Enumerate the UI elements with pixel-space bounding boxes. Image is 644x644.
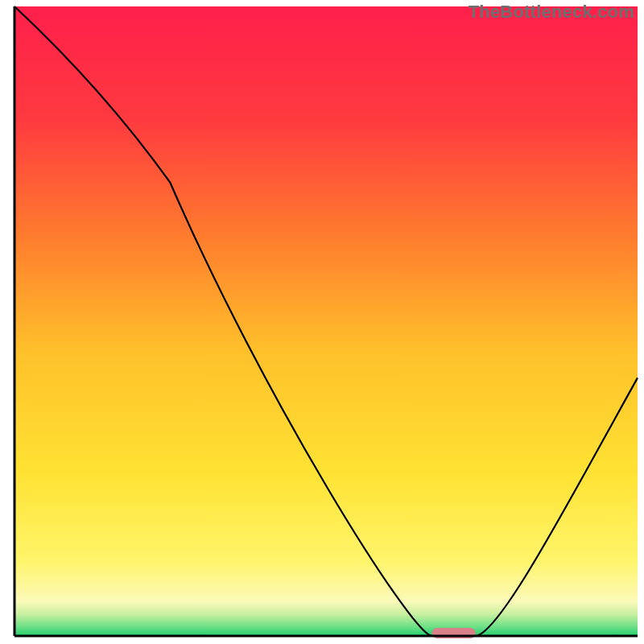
bottleneck-chart — [0, 0, 644, 644]
chart-background — [14, 6, 638, 636]
attribution-label: TheBottleneck.com — [469, 2, 634, 23]
chart-container: TheBottleneck.com — [0, 0, 644, 644]
